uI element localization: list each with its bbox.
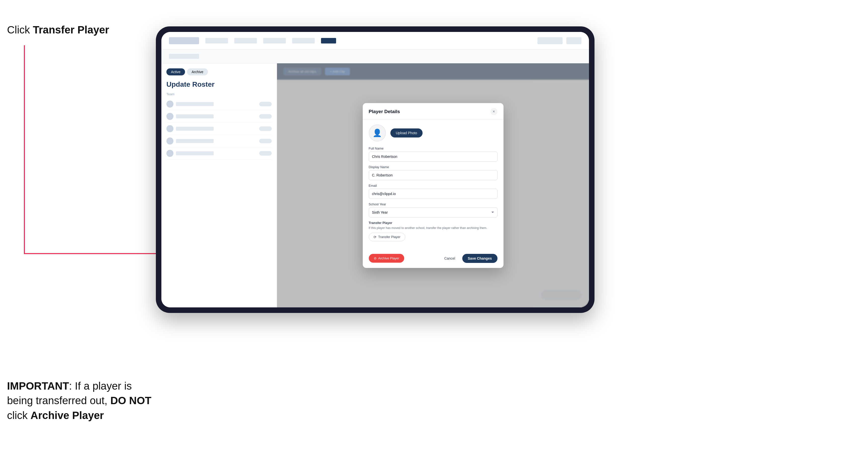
nav-opponents[interactable] xyxy=(205,38,228,43)
player-name xyxy=(176,127,214,131)
photo-upload-row: 👤 Upload Photo xyxy=(369,124,497,142)
nav-reports[interactable] xyxy=(263,38,286,43)
list-item[interactable] xyxy=(166,123,272,135)
tablet-screen: Active Archive Update Roster Team xyxy=(161,32,589,307)
full-name-input[interactable] xyxy=(369,152,497,162)
player-avatar xyxy=(166,100,174,107)
content-area: Active Archive Update Roster Team xyxy=(161,63,589,307)
person-icon: 👤 xyxy=(373,128,382,137)
archive-btn-label: Archive Player xyxy=(378,256,399,260)
display-name-group: Display Name xyxy=(369,165,497,180)
player-avatar xyxy=(166,137,174,145)
full-name-label: Full Name xyxy=(369,147,497,150)
modal-title: Player Details xyxy=(369,109,400,114)
list-item[interactable] xyxy=(166,110,272,123)
list-item[interactable] xyxy=(166,135,272,147)
instruction-top: Click Transfer Player xyxy=(7,24,109,36)
player-name xyxy=(176,114,214,118)
app-header xyxy=(161,32,589,50)
instruction-top-bold: Transfer Player xyxy=(33,24,110,36)
instruction-top-prefix: Click xyxy=(7,24,33,36)
cancel-button[interactable]: Cancel xyxy=(440,254,459,263)
sub-header xyxy=(161,50,589,63)
transfer-player-label: Transfer Player xyxy=(369,221,497,225)
sub-header-dashboard[interactable] xyxy=(169,54,199,59)
header-add-profile-btn[interactable] xyxy=(537,37,563,44)
upload-photo-button[interactable]: Upload Photo xyxy=(391,128,423,137)
player-name xyxy=(176,102,214,106)
tab-active[interactable]: Active xyxy=(166,68,185,75)
email-label: Email xyxy=(369,184,497,187)
main-content: Archive all old clips + Add Clip Player … xyxy=(277,63,589,307)
player-badge xyxy=(259,102,272,106)
player-badge xyxy=(259,126,272,131)
modal-header: Player Details × xyxy=(363,103,503,119)
nav-add-drill[interactable] xyxy=(292,38,315,43)
player-badge xyxy=(259,139,272,143)
display-name-label: Display Name xyxy=(369,165,497,169)
app-logo xyxy=(169,37,199,44)
email-group: Email xyxy=(369,184,497,199)
header-help-btn[interactable] xyxy=(566,37,582,44)
header-right xyxy=(537,37,582,44)
photo-circle: 👤 xyxy=(369,124,386,142)
full-name-group: Full Name xyxy=(369,147,497,162)
player-avatar xyxy=(166,113,174,120)
instruction-text2: click xyxy=(7,409,30,421)
instruction-bottom: IMPORTANT: If a player is being transfer… xyxy=(7,379,153,423)
arrow-vertical xyxy=(24,45,25,254)
nav-plays[interactable] xyxy=(234,38,257,43)
school-year-select[interactable]: First Year Second Year Third Year Fourth… xyxy=(369,207,497,217)
modal-backdrop: Player Details × 👤 Upload Photo xyxy=(277,63,589,307)
update-roster-title: Update Roster xyxy=(166,81,272,89)
list-item[interactable] xyxy=(166,98,272,110)
player-avatar xyxy=(166,125,174,132)
tablet-device: Active Archive Update Roster Team xyxy=(156,26,594,313)
instruction-archive: Archive Player xyxy=(30,409,104,421)
player-badge xyxy=(259,151,272,156)
transfer-player-description: If this player has moved to another scho… xyxy=(369,226,497,230)
sidebar-list: Active Archive Update Roster Team xyxy=(161,63,277,307)
modal-close-button[interactable]: × xyxy=(490,108,497,115)
list-item[interactable] xyxy=(166,147,272,160)
player-badge xyxy=(259,114,272,119)
player-name xyxy=(176,151,214,155)
school-year-label: School Year xyxy=(369,203,497,206)
modal-footer: ⊘ Archive Player Cancel Save Changes xyxy=(363,250,503,268)
transfer-player-section: Transfer Player If this player has moved… xyxy=(369,221,497,241)
player-details-modal: Player Details × 👤 Upload Photo xyxy=(363,103,503,268)
tab-archive[interactable]: Archive xyxy=(187,68,208,75)
instruction-do-not: DO NOT xyxy=(111,395,151,406)
display-name-input[interactable] xyxy=(369,170,497,180)
player-name xyxy=(176,139,214,143)
school-year-group: School Year First Year Second Year Third… xyxy=(369,203,497,217)
list-team-label: Team xyxy=(166,92,272,96)
sidebar-tabs: Active Archive xyxy=(166,68,272,75)
transfer-player-button[interactable]: ⟳ Transfer Player xyxy=(369,233,405,241)
modal-body: 👤 Upload Photo Full Name xyxy=(363,119,503,250)
player-avatar xyxy=(166,150,174,157)
nav-active[interactable] xyxy=(321,38,336,43)
transfer-btn-label: Transfer Player xyxy=(378,235,400,239)
email-input[interactable] xyxy=(369,189,497,199)
archive-player-button[interactable]: ⊘ Archive Player xyxy=(369,254,404,263)
save-changes-button[interactable]: Save Changes xyxy=(462,254,497,263)
instruction-important: IMPORTANT xyxy=(7,380,69,392)
transfer-icon: ⟳ xyxy=(374,235,377,239)
archive-icon: ⊘ xyxy=(374,256,377,260)
